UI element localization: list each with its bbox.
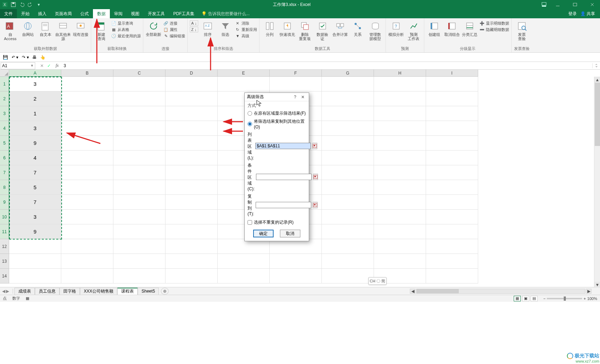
cell[interactable] (270, 77, 322, 91)
cell[interactable] (61, 106, 113, 121)
cell[interactable] (426, 239, 478, 254)
unique-records-checkbox[interactable] (248, 220, 252, 225)
show-detail-button[interactable]: ➕显示明细数据 (479, 20, 509, 26)
cell[interactable] (113, 165, 165, 180)
advanced-filter-button[interactable]: ▼高级 (235, 33, 257, 39)
cell[interactable] (426, 254, 478, 269)
from-table-button[interactable]: ▦从表格 (111, 27, 141, 32)
list-range-input[interactable] (255, 143, 311, 149)
row-header[interactable]: 10 (0, 210, 9, 224)
cell[interactable] (322, 121, 374, 136)
cell[interactable] (322, 151, 374, 165)
text-to-columns-button[interactable]: 分列 (262, 20, 278, 37)
cell[interactable] (374, 121, 426, 136)
from-other-button[interactable]: 自其他来源 (55, 20, 71, 41)
col-header-h[interactable]: H (374, 70, 426, 77)
vertical-scrollbar[interactable]: ▲ ▼ (594, 77, 600, 288)
cell[interactable] (61, 269, 113, 283)
cell[interactable] (165, 224, 218, 239)
cell[interactable] (61, 136, 113, 151)
relationships-button[interactable]: 关系 (350, 20, 366, 37)
cell[interactable] (322, 77, 374, 91)
qat2-redo-icon[interactable]: ↷ ▾ (22, 55, 29, 60)
recent-sources-button[interactable]: 🕓最近使用的源 (111, 33, 141, 39)
cell[interactable] (61, 210, 113, 224)
reapply-button[interactable]: ↻重新应用 (235, 27, 257, 32)
cell[interactable] (270, 254, 322, 269)
tab-developer[interactable]: 开发工具 (144, 9, 169, 18)
zoom-slider[interactable] (547, 298, 582, 299)
sheet-tab[interactable]: Sheet5 (138, 288, 159, 295)
qat2-save-icon[interactable]: 💾 (3, 55, 8, 60)
cell[interactable] (61, 165, 113, 180)
cell[interactable]: 3 (9, 121, 61, 136)
cell[interactable]: 7 (9, 195, 61, 210)
cell[interactable] (165, 106, 218, 121)
cell[interactable] (113, 195, 165, 210)
cell[interactable]: 3 (9, 77, 61, 91)
cell[interactable]: 5 (9, 180, 61, 195)
collapse-ribbon-button[interactable]: ⌃ (593, 63, 599, 68)
sheet-tab[interactable]: 成绩表 (14, 288, 35, 295)
name-box[interactable]: A1 ▼ (1, 62, 35, 69)
cell[interactable] (374, 136, 426, 151)
filter-button[interactable]: 筛选 (217, 20, 233, 37)
zoom-in-button[interactable]: + (583, 296, 586, 301)
cell[interactable] (113, 136, 165, 151)
cell[interactable] (270, 269, 322, 283)
macro-record-icon[interactable]: ▦ (23, 296, 32, 301)
cell[interactable] (165, 195, 218, 210)
zoom-level[interactable]: 100% (587, 296, 597, 301)
cell[interactable] (165, 77, 218, 91)
data-model-button[interactable]: 管理数 据模型 (367, 20, 383, 41)
cell[interactable] (113, 239, 165, 254)
sheet-tab[interactable]: 员工信息 (35, 288, 60, 295)
consolidate-button[interactable]: 合并计算 (332, 20, 348, 37)
sort-az-button[interactable]: A↓ (190, 20, 198, 26)
cell[interactable] (113, 106, 165, 121)
cell[interactable] (426, 269, 478, 283)
cell[interactable] (322, 239, 374, 254)
cell[interactable] (322, 254, 374, 269)
page-break-view-button[interactable]: ▤ (531, 296, 538, 301)
cell[interactable] (426, 151, 478, 165)
criteria-refbtn[interactable] (313, 174, 318, 180)
cell[interactable] (113, 91, 165, 106)
tab-pdftools[interactable]: PDF工具集 (169, 9, 199, 18)
tab-review[interactable]: 审阅 (110, 9, 127, 18)
ime-indicator[interactable]: CH 〇 简 (368, 277, 387, 285)
cell[interactable]: 2 (9, 91, 61, 106)
hscroll-left[interactable]: ◀ (410, 289, 415, 294)
cell[interactable] (426, 121, 478, 136)
from-web-button[interactable]: 自网站 (20, 20, 36, 37)
cell[interactable] (165, 210, 218, 224)
col-header-g[interactable]: G (322, 70, 374, 77)
cell[interactable] (426, 106, 478, 121)
hscroll-thumb[interactable] (417, 289, 459, 293)
cell[interactable] (165, 165, 218, 180)
cell[interactable] (165, 151, 218, 165)
list-range-refbtn[interactable] (312, 143, 317, 149)
formula-input[interactable] (62, 63, 592, 69)
row-header[interactable]: 13 (0, 254, 9, 269)
row-header[interactable]: 1 (0, 77, 9, 91)
cell[interactable]: 1 (9, 106, 61, 121)
cell[interactable] (374, 254, 426, 269)
share-button[interactable]: 👤 共享 (580, 11, 595, 17)
cell[interactable] (426, 210, 478, 224)
sort-za-button[interactable]: Z↓ (190, 27, 198, 32)
cell[interactable] (113, 269, 165, 283)
cell[interactable] (374, 91, 426, 106)
cell[interactable] (322, 224, 374, 239)
copy-to-radio[interactable] (248, 122, 252, 126)
show-queries-button[interactable]: 📄显示查询 (111, 20, 141, 26)
row-header[interactable]: 11 (0, 224, 9, 239)
cell[interactable] (61, 239, 113, 254)
cell[interactable] (61, 121, 113, 136)
row-header[interactable]: 8 (0, 180, 9, 195)
cell[interactable] (61, 91, 113, 106)
cell[interactable] (322, 180, 374, 195)
row-header[interactable]: 4 (0, 121, 9, 136)
cell[interactable]: 4 (9, 151, 61, 165)
refresh-all-button[interactable]: 全部刷新 (145, 20, 162, 37)
